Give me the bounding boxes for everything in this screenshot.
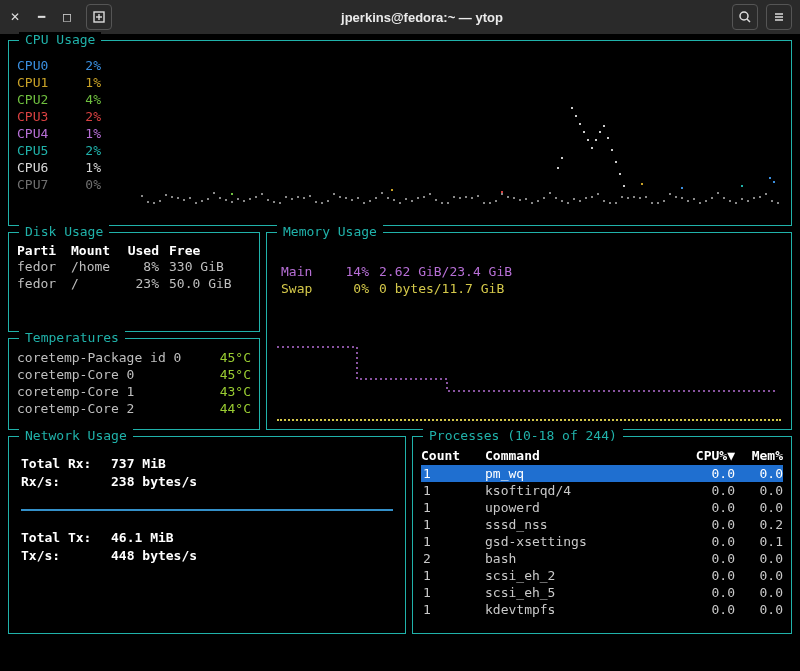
process-header: Count Command CPU%▼ Mem% bbox=[421, 447, 783, 465]
memory-usage-panel: Memory Usage Main 14% 2.62 GiB/23.4 GiB … bbox=[266, 232, 792, 430]
svg-rect-106 bbox=[729, 200, 731, 202]
svg-rect-68 bbox=[501, 193, 503, 195]
svg-rect-79 bbox=[567, 202, 569, 204]
svg-rect-16 bbox=[189, 197, 191, 199]
svg-rect-84 bbox=[597, 193, 599, 195]
svg-rect-74 bbox=[537, 200, 539, 202]
titlebar: ✕ ━ ◻ jperkins@fedora:~ — ytop bbox=[0, 0, 800, 34]
maximize-icon[interactable]: ◻ bbox=[60, 10, 74, 24]
svg-rect-123 bbox=[603, 125, 605, 127]
cpu-usage-graph bbox=[141, 67, 781, 217]
process-row[interactable]: 2bash0.00.0 bbox=[421, 550, 783, 567]
temperature-row: coretemp-Core 045°C bbox=[17, 366, 251, 383]
svg-rect-28 bbox=[261, 193, 263, 195]
svg-rect-85 bbox=[603, 200, 605, 202]
cpu-usage-panel: CPU Usage CPU02%CPU11%CPU24%CPU32%CPU41%… bbox=[8, 40, 792, 226]
svg-rect-83 bbox=[591, 196, 593, 198]
svg-rect-64 bbox=[477, 195, 479, 197]
process-row[interactable]: 1kdevtmpfs0.00.0 bbox=[421, 601, 783, 618]
svg-rect-130 bbox=[623, 185, 625, 187]
svg-rect-93 bbox=[651, 202, 653, 204]
process-row[interactable]: 1upowerd0.00.0 bbox=[421, 499, 783, 516]
svg-rect-117 bbox=[579, 123, 581, 125]
svg-rect-98 bbox=[681, 197, 683, 199]
svg-rect-100 bbox=[693, 198, 695, 200]
process-row[interactable]: 1sssd_nss0.00.2 bbox=[421, 516, 783, 533]
close-icon[interactable]: ✕ bbox=[8, 10, 22, 24]
process-row[interactable]: 1ksoftirqd/40.00.0 bbox=[421, 482, 783, 499]
svg-rect-26 bbox=[249, 198, 251, 200]
svg-rect-87 bbox=[615, 202, 617, 204]
svg-rect-40 bbox=[333, 193, 335, 195]
svg-rect-10 bbox=[153, 202, 155, 204]
svg-rect-59 bbox=[447, 202, 449, 204]
svg-rect-102 bbox=[705, 200, 707, 202]
svg-rect-31 bbox=[279, 202, 281, 204]
svg-rect-89 bbox=[627, 197, 629, 199]
process-row[interactable]: 1pm_wq0.00.0 bbox=[421, 465, 783, 482]
svg-rect-72 bbox=[525, 198, 527, 200]
svg-rect-39 bbox=[327, 200, 329, 202]
process-row[interactable]: 1scsi_eh_50.00.0 bbox=[421, 584, 783, 601]
svg-rect-96 bbox=[669, 193, 671, 195]
processes-panel[interactable]: Processes (10-18 of 244) Count Command C… bbox=[412, 436, 792, 634]
svg-rect-95 bbox=[663, 200, 665, 202]
svg-rect-30 bbox=[273, 201, 275, 203]
process-row[interactable]: 1gsd-xsettings0.00.1 bbox=[421, 533, 783, 550]
svg-rect-35 bbox=[303, 197, 305, 199]
svg-rect-18 bbox=[201, 200, 203, 202]
svg-rect-91 bbox=[639, 197, 641, 199]
svg-rect-114 bbox=[777, 202, 779, 204]
panel-title: Network Usage bbox=[19, 428, 133, 443]
svg-rect-104 bbox=[717, 192, 719, 194]
svg-rect-63 bbox=[471, 197, 473, 199]
mem-main-row: Main 14% 2.62 GiB/23.4 GiB bbox=[281, 263, 783, 280]
temperature-row: coretemp-Package id 045°C bbox=[17, 349, 251, 366]
svg-rect-110 bbox=[753, 197, 755, 199]
svg-rect-115 bbox=[571, 107, 573, 109]
svg-rect-27 bbox=[255, 196, 257, 198]
svg-rect-88 bbox=[621, 196, 623, 198]
svg-rect-124 bbox=[607, 137, 609, 139]
svg-rect-108 bbox=[741, 198, 743, 200]
minimize-icon[interactable]: ━ bbox=[34, 10, 48, 24]
svg-rect-121 bbox=[595, 139, 597, 141]
svg-rect-66 bbox=[489, 202, 491, 204]
disk-header: Parti Mount Used Free bbox=[17, 243, 251, 258]
svg-rect-101 bbox=[699, 202, 701, 204]
svg-rect-47 bbox=[375, 197, 377, 199]
svg-rect-33 bbox=[291, 198, 293, 200]
svg-rect-118 bbox=[583, 131, 585, 133]
search-button[interactable] bbox=[732, 4, 758, 30]
svg-rect-76 bbox=[549, 192, 551, 194]
svg-rect-34 bbox=[297, 196, 299, 198]
svg-rect-49 bbox=[387, 197, 389, 199]
svg-rect-15 bbox=[183, 199, 185, 201]
disk-row: fedor/23%50.0 GiB bbox=[17, 275, 251, 292]
process-row[interactable]: 1scsi_eh_20.00.0 bbox=[421, 567, 783, 584]
svg-rect-75 bbox=[543, 197, 545, 199]
svg-rect-128 bbox=[557, 167, 559, 169]
svg-rect-61 bbox=[459, 197, 461, 199]
svg-rect-12 bbox=[165, 194, 167, 196]
svg-rect-52 bbox=[405, 198, 407, 200]
svg-rect-116 bbox=[575, 115, 577, 117]
menu-button[interactable] bbox=[766, 4, 792, 30]
svg-rect-43 bbox=[351, 199, 353, 201]
svg-rect-32 bbox=[285, 196, 287, 198]
svg-rect-135 bbox=[231, 193, 233, 195]
svg-rect-14 bbox=[177, 197, 179, 199]
new-tab-button[interactable] bbox=[86, 4, 112, 30]
svg-rect-23 bbox=[231, 201, 233, 203]
svg-rect-70 bbox=[513, 197, 515, 199]
svg-rect-36 bbox=[309, 195, 311, 197]
svg-rect-56 bbox=[429, 193, 431, 195]
svg-rect-112 bbox=[765, 193, 767, 195]
svg-rect-138 bbox=[773, 181, 775, 183]
svg-point-3 bbox=[740, 12, 748, 20]
svg-rect-90 bbox=[633, 196, 635, 198]
svg-rect-50 bbox=[393, 199, 395, 201]
svg-rect-129 bbox=[619, 173, 621, 175]
svg-rect-125 bbox=[611, 149, 613, 151]
svg-rect-99 bbox=[687, 200, 689, 202]
